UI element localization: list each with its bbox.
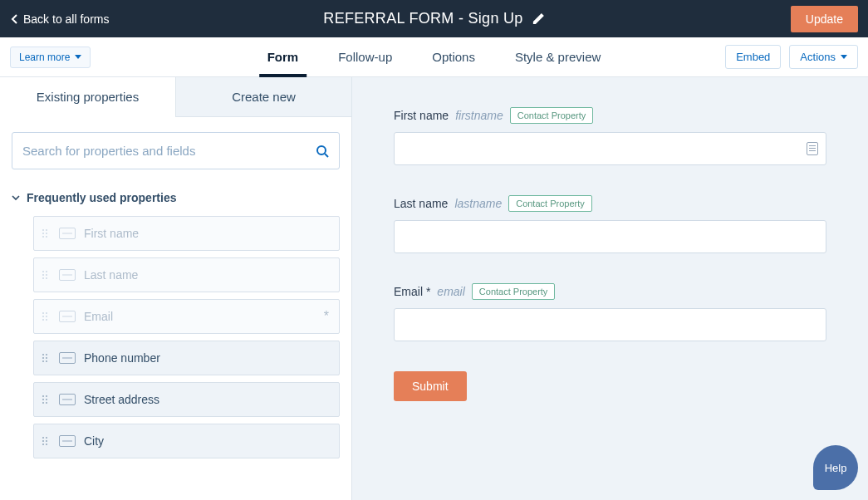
required-indicator: * [324,309,329,324]
drag-handle-icon [42,271,51,279]
form-field: First namefirstnameContact Property [394,107,826,165]
panel-tabs: Existing properties Create new [0,77,351,117]
top-bar: Back to all forms REFERRAL FORM - Sign U… [0,0,868,37]
input-row [394,220,826,253]
search-box [12,132,340,169]
main-area: Existing properties Create new Frequentl… [0,77,868,500]
property-label: Last name [84,268,138,282]
right-buttons: Embed Actions [725,45,858,69]
tab-create-new[interactable]: Create new [175,77,351,117]
property-item[interactable]: Phone number [33,341,340,375]
field-type-icon [59,269,76,281]
properties-panel: Existing properties Create new Frequentl… [0,77,352,500]
form-field: Email *emailContact Property [394,283,826,341]
update-button[interactable]: Update [791,6,858,32]
field-label: First name [394,109,449,122]
tab-options[interactable]: Options [432,37,475,77]
field-label-row: Email *emailContact Property [394,283,826,300]
property-list: First nameLast nameEmail*Phone numberStr… [0,211,351,458]
actions-button[interactable]: Actions [789,45,858,69]
form-field: Last namelastnameContact Property [394,195,826,253]
property-label: Street address [84,393,159,406]
second-bar: Learn more Form Follow-up Options Style … [0,37,868,77]
property-item[interactable]: City [33,424,340,458]
pencil-icon [532,12,545,26]
tab-form[interactable]: Form [267,37,299,77]
search-input[interactable] [22,144,316,158]
group-title: Frequently used properties [27,191,176,204]
search-icon [316,145,329,158]
property-item: Email* [33,299,340,334]
search-container [0,117,351,184]
actions-label: Actions [800,51,836,63]
fields-container: First namefirstnameContact PropertyLast … [394,107,826,341]
field-label: Email * [394,285,430,298]
property-type-tag: Contact Property [510,107,594,124]
property-label: Phone number [84,351,160,365]
field-internal-name: lastname [454,197,502,210]
field-input[interactable] [394,132,826,165]
back-label: Back to all forms [23,12,109,26]
svg-point-0 [317,146,326,154]
field-input[interactable] [394,308,826,341]
field-type-icon [59,228,76,239]
field-label-row: Last namelastnameContact Property [394,195,826,212]
nav-tabs: Form Follow-up Options Style & preview [267,37,601,77]
caret-down-icon [841,55,847,59]
field-input[interactable] [394,220,826,253]
chevron-down-icon [12,194,20,202]
property-item: First name [33,216,340,251]
property-label: City [84,434,104,448]
property-item[interactable]: Street address [33,382,340,417]
help-button[interactable]: Help [813,445,858,490]
drag-handle-icon [42,395,51,404]
property-type-tag: Contact Property [508,195,592,212]
field-type-icon [59,394,76,405]
edit-title-button[interactable] [532,12,545,26]
property-item: Last name [33,257,340,292]
form-canvas: First namefirstnameContact PropertyLast … [352,77,868,500]
drag-handle-icon [42,229,51,238]
caret-down-icon [75,55,81,59]
field-type-icon [59,311,76,322]
input-row [394,308,826,341]
learn-more-label: Learn more [19,51,70,63]
property-label: First name [84,227,139,240]
title-container: REFERRAL FORM - Sign Up [323,10,544,27]
drag-handle-icon [42,354,51,362]
tab-style[interactable]: Style & preview [515,37,601,77]
property-label: Email [84,310,113,323]
back-link[interactable]: Back to all forms [10,12,109,26]
field-type-icon [59,435,76,447]
field-type-icon [59,352,76,364]
property-type-tag: Contact Property [472,283,556,300]
drag-handle-icon [42,312,51,321]
autofill-icon [807,142,818,155]
field-label: Last name [394,197,448,210]
chevron-left-icon [10,13,18,25]
tab-existing-properties[interactable]: Existing properties [0,77,175,117]
group-header[interactable]: Frequently used properties [0,184,351,211]
field-internal-name: firstname [455,109,503,122]
drag-handle-icon [42,437,51,445]
svg-line-1 [325,154,328,157]
tab-followup[interactable]: Follow-up [338,37,392,77]
field-label-row: First namefirstnameContact Property [394,107,826,124]
input-row [394,132,826,165]
embed-button[interactable]: Embed [725,45,781,69]
page-title: REFERRAL FORM - Sign Up [323,10,522,27]
field-internal-name: email [437,285,464,298]
learn-more-button[interactable]: Learn more [10,47,91,68]
submit-button[interactable]: Submit [394,371,467,401]
